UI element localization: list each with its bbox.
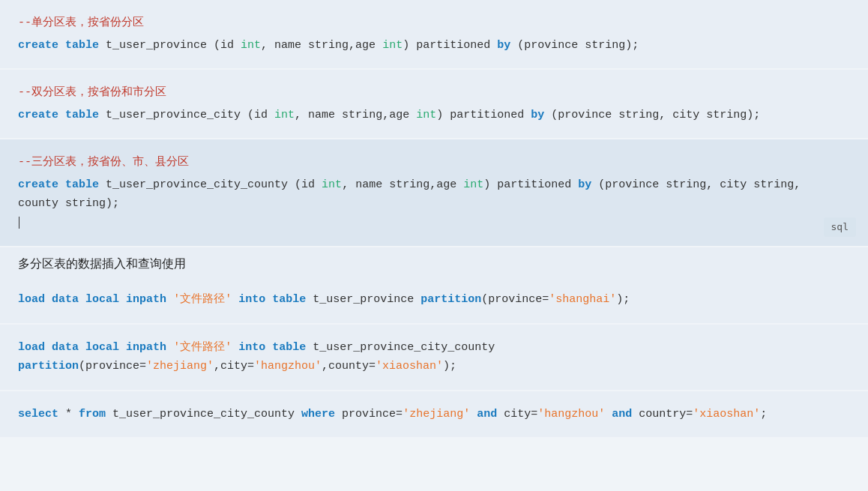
code-block-block1: --单分区表，按省份分区create table t_user_province… <box>0 0 868 68</box>
code-keyword-kw-where: where <box>301 408 335 421</box>
code-plain <box>265 293 272 306</box>
code-plain <box>265 341 272 354</box>
code-line: select * from t_user_province_city_count… <box>18 405 850 424</box>
code-plain <box>232 341 238 354</box>
code-plain <box>166 293 173 306</box>
code-keyword-kw-table: table <box>65 109 99 121</box>
comment-line: --三分区表，按省份、市、县分区 <box>18 153 850 172</box>
comment-line: --单分区表，按省份分区 <box>18 13 850 33</box>
code-block-block3: --三分区表，按省份、市、县分区create table t_user_prov… <box>0 139 868 246</box>
code-plain <box>58 178 65 191</box>
code-keyword-kw-inpath: inpath <box>126 293 166 306</box>
code-plain <box>605 408 612 421</box>
code-line: create table t_user_province_city (id in… <box>18 106 850 125</box>
code-plain: t_user_province (id <box>99 39 241 52</box>
code-keyword-kw-int: int <box>322 178 342 191</box>
code-line: create table t_user_province (id int, na… <box>18 36 850 55</box>
code-plain <box>45 341 52 354</box>
code-plain <box>58 39 65 52</box>
code-keyword-kw-load: load <box>18 293 45 306</box>
code-block-data-block2: load data local inpath '文件路径' into table… <box>0 325 868 390</box>
code-plain: * <box>58 408 79 421</box>
code-plain: t_user_province_city_county <box>306 341 495 354</box>
code-line: load data local inpath '文件路径' into table… <box>18 290 850 310</box>
code-plain: (province string); <box>510 39 639 52</box>
section-label-text: 多分区表的数据插入和查询使用 <box>18 257 186 270</box>
code-line: load data local inpath '文件路径' into table… <box>18 338 850 358</box>
code-plain: ,county= <box>322 360 376 373</box>
code-plain: ,city= <box>214 360 254 373</box>
code-plain: ) partitioned <box>483 178 578 191</box>
code-plain: (province string, city string); <box>544 109 760 121</box>
code-block-data-block1: load data local inpath '文件路径' into table… <box>0 277 868 323</box>
code-keyword-kw-table: table <box>65 39 99 52</box>
code-plain: (province= <box>481 293 549 306</box>
code-keyword-kw-from: from <box>79 408 106 421</box>
code-plain: t_user_province_city_county <box>106 408 301 421</box>
code-keyword-kw-int: int <box>416 109 436 121</box>
code-plain: ; <box>760 408 767 421</box>
code-keyword-kw-table: table <box>272 341 306 354</box>
code-line: partition(province='zhejiang',city='hang… <box>18 357 850 376</box>
code-keyword-kw-inpath: inpath <box>126 341 166 354</box>
code-keyword-kw-data: data <box>52 341 79 354</box>
code-line: county string); <box>18 194 850 214</box>
code-keyword-kw-and: and <box>477 408 497 421</box>
text-cursor <box>19 217 19 229</box>
code-keyword-kw-local: local <box>85 341 119 354</box>
code-keyword-kw-create: create <box>18 109 58 121</box>
code-keyword-kw-by: by <box>531 109 544 121</box>
code-plain: t_user_province <box>306 293 421 306</box>
code-plain <box>232 293 238 306</box>
code-keyword-kw-create: create <box>18 178 58 191</box>
code-keyword-kw-table: table <box>272 293 306 306</box>
code-keyword-str-val: 'hangzhou' <box>254 360 322 373</box>
app-container: --单分区表，按省份分区create table t_user_province… <box>0 0 868 437</box>
sql-badge: sql <box>824 217 856 237</box>
code-keyword-kw-partition: partition <box>421 293 481 306</box>
code-plain <box>45 293 52 306</box>
code-keyword-kw-load: load <box>18 341 45 354</box>
code-plain <box>79 341 85 354</box>
code-plain: ); <box>443 360 456 373</box>
code-keyword-str-val: '文件路径' <box>173 293 232 306</box>
code-keyword-kw-int: int <box>274 109 295 121</box>
code-plain: , name string,age <box>295 109 416 121</box>
code-keyword-kw-by: by <box>578 178 591 191</box>
comment-line: --双分区表，按省份和市分区 <box>18 83 850 103</box>
code-plain: ) partitioned <box>403 39 497 52</box>
code-keyword-kw-partition: partition <box>18 360 79 373</box>
code-plain: ) partitioned <box>436 109 531 121</box>
code-plain: t_user_province_city (id <box>99 109 274 121</box>
code-plain <box>166 341 173 354</box>
section-label: 多分区表的数据插入和查询使用 <box>0 247 868 277</box>
code-plain: (province string, city string, <box>591 178 801 191</box>
code-keyword-kw-into: into <box>238 341 265 354</box>
code-keyword-kw-local: local <box>85 293 119 306</box>
code-plain <box>58 109 65 121</box>
code-keyword-kw-and: and <box>612 408 632 421</box>
code-block-block2: --双分区表，按省份和市分区create table t_user_provin… <box>0 70 868 138</box>
code-plain: city= <box>497 408 537 421</box>
code-keyword-kw-create: create <box>18 39 58 52</box>
code-keyword-kw-int: int <box>463 178 483 191</box>
code-keyword-str-val: 'shanghai' <box>549 293 616 306</box>
code-keyword-str-val: 'zhejiang' <box>403 408 470 421</box>
code-plain <box>470 408 477 421</box>
code-keyword-str-val: 'hangzhou' <box>537 408 605 421</box>
code-keyword-str-val: 'xiaoshan' <box>693 408 760 421</box>
code-line: create table t_user_province_city_county… <box>18 175 850 195</box>
code-keyword-kw-select: select <box>18 408 58 421</box>
code-plain: , name string,age <box>342 178 463 191</box>
code-keyword-kw-into: into <box>238 293 265 306</box>
code-plain: ); <box>616 293 630 306</box>
code-plain: county string); <box>18 197 119 210</box>
code-plain: t_user_province_city_county (id <box>99 178 322 191</box>
code-keyword-kw-data: data <box>52 293 79 306</box>
code-keyword-kw-by: by <box>497 39 510 52</box>
code-plain <box>119 293 126 306</box>
code-keyword-kw-int: int <box>382 39 403 52</box>
code-keyword-str-val: '文件路径' <box>173 341 232 354</box>
code-plain <box>79 293 85 306</box>
code-plain: country= <box>632 408 693 421</box>
